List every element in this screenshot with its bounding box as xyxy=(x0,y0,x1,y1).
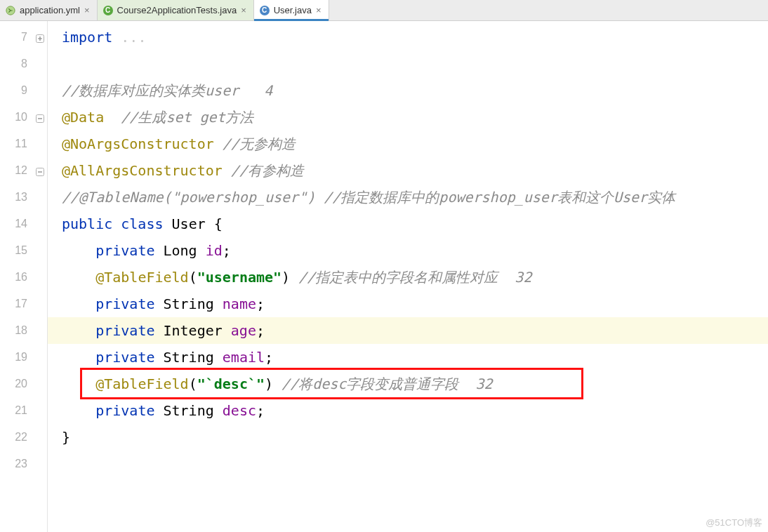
fold-expand-icon[interactable] xyxy=(36,33,44,41)
code-token: private xyxy=(95,322,163,339)
code-line[interactable]: @Data //生成set get方法 xyxy=(48,104,768,131)
fold-collapse-icon[interactable] xyxy=(36,166,44,175)
code-token: Integer xyxy=(164,322,231,339)
code-token: desc xyxy=(223,402,256,419)
code-token xyxy=(104,109,121,126)
line-number: 14 xyxy=(0,211,47,237)
line-number: 16 xyxy=(0,264,47,291)
code-token: ; xyxy=(223,242,231,259)
code-token: //生成set get方法 xyxy=(121,108,253,127)
code-token: //指定表中的字段名和属性对应 32 xyxy=(298,268,531,287)
code-line[interactable]: @NoArgsConstructor //无参构造 xyxy=(48,131,768,157)
code-token: ... xyxy=(121,29,146,46)
code-line[interactable] xyxy=(48,451,768,477)
code-line[interactable]: @TableField("username") //指定表中的字段名和属性对应 … xyxy=(48,264,768,291)
code-token: powershop_user xyxy=(180,189,299,206)
code-token: ; xyxy=(256,295,265,312)
code-token: email xyxy=(223,349,265,366)
code-token: private xyxy=(95,295,163,312)
close-icon[interactable]: × xyxy=(316,6,322,15)
code-line[interactable]: import ... xyxy=(48,24,768,51)
line-number: 20 xyxy=(0,371,47,397)
editor: 7891011121314151617181920212223 import .… xyxy=(0,21,768,532)
code-area[interactable]: import ...//数据库对应的实体类user 4@Data //生成set… xyxy=(48,21,768,532)
line-number: 9 xyxy=(0,77,47,104)
code-token: String xyxy=(164,295,223,312)
code-line[interactable]: public class User { xyxy=(48,211,768,237)
line-number: 19 xyxy=(0,344,47,371)
code-token: @TableField xyxy=(95,269,188,286)
line-number: 21 xyxy=(0,397,47,424)
java-class-icon: C xyxy=(103,6,113,15)
line-number: 15 xyxy=(0,237,47,264)
code-token xyxy=(223,162,231,179)
code-line[interactable]: private String desc; xyxy=(48,397,768,424)
tab-label: application.yml xyxy=(20,5,80,15)
tab-bar: application.yml × C Course2ApplicationTe… xyxy=(0,0,768,21)
code-token: private xyxy=(95,349,163,366)
code-line[interactable]: //数据库对应的实体类user 4 xyxy=(48,77,768,104)
code-token: //数据库对应的实体类user 4 xyxy=(62,81,272,100)
code-line[interactable] xyxy=(48,51,768,77)
java-class-icon: C xyxy=(260,6,270,15)
line-number: 13 xyxy=(0,184,47,211)
code-token: private xyxy=(95,242,163,259)
code-token: @AllArgsConstructor xyxy=(62,162,223,179)
code-token: ) xyxy=(282,269,290,286)
code-token: age xyxy=(231,322,256,339)
line-number: 10 xyxy=(0,104,47,131)
code-token: } xyxy=(62,429,70,446)
close-icon[interactable]: × xyxy=(84,6,90,15)
code-line[interactable]: } xyxy=(48,424,768,451)
code-token: private xyxy=(95,402,163,419)
tab-course2-tests[interactable]: C Course2ApplicationTests.java × xyxy=(98,0,254,20)
yaml-icon xyxy=(6,6,15,15)
watermark-text: @51CTO博客 xyxy=(706,517,762,529)
line-number: 8 xyxy=(0,51,47,77)
code-line[interactable]: private Long id; xyxy=(48,237,768,264)
line-number: 17 xyxy=(0,291,47,317)
code-token: //@TableName(" xyxy=(62,189,180,206)
code-token xyxy=(290,269,298,286)
code-line[interactable]: private Integer age; xyxy=(48,317,768,344)
code-token: @NoArgsConstructor xyxy=(62,135,214,152)
code-token: ; xyxy=(256,402,265,419)
line-number: 7 xyxy=(0,24,47,51)
code-token: //有参构造 xyxy=(231,161,304,180)
tab-application-yml[interactable]: application.yml × xyxy=(0,0,98,20)
fold-collapse-icon[interactable] xyxy=(36,113,44,121)
ide-root: application.yml × C Course2ApplicationTe… xyxy=(0,0,768,532)
code-token: //无参构造 xyxy=(223,135,296,154)
tab-label: Course2ApplicationTests.java xyxy=(117,5,237,15)
code-token: name xyxy=(223,295,256,312)
line-number: 18 xyxy=(0,317,47,344)
line-number: 22 xyxy=(0,424,47,451)
tab-label: User.java xyxy=(274,5,312,15)
code-token: import xyxy=(62,29,121,46)
code-line[interactable]: private String email; xyxy=(48,344,768,371)
code-token: String xyxy=(164,402,223,419)
highlight-annotation-box xyxy=(80,368,583,399)
code-line[interactable]: //@TableName("powershop_user") //指定数据库中的… xyxy=(48,184,768,211)
code-line[interactable]: private String name; xyxy=(48,291,768,317)
code-line[interactable]: @AllArgsConstructor //有参构造 xyxy=(48,157,768,184)
code-token: { xyxy=(206,215,223,232)
close-icon[interactable]: × xyxy=(241,6,246,15)
code-token: String xyxy=(164,349,223,366)
line-number: 11 xyxy=(0,131,47,157)
code-token: @Data xyxy=(62,109,104,126)
line-number-gutter: 7891011121314151617181920212223 xyxy=(0,21,48,532)
code-token: Long xyxy=(164,242,206,259)
code-token: User xyxy=(172,215,206,232)
code-token xyxy=(214,135,223,152)
code-token: "username" xyxy=(197,269,282,286)
code-token: ; xyxy=(256,322,265,339)
line-number: 12 xyxy=(0,157,47,184)
code-token: ( xyxy=(189,269,197,286)
code-token: id xyxy=(206,242,223,259)
code-token: ") //指定数据库中的powershop_user表和这个User实体 xyxy=(298,188,675,207)
code-token: ; xyxy=(265,349,273,366)
code-token: public class xyxy=(62,215,172,232)
line-number: 23 xyxy=(0,451,47,477)
tab-user-java[interactable]: C User.java × xyxy=(254,0,329,20)
